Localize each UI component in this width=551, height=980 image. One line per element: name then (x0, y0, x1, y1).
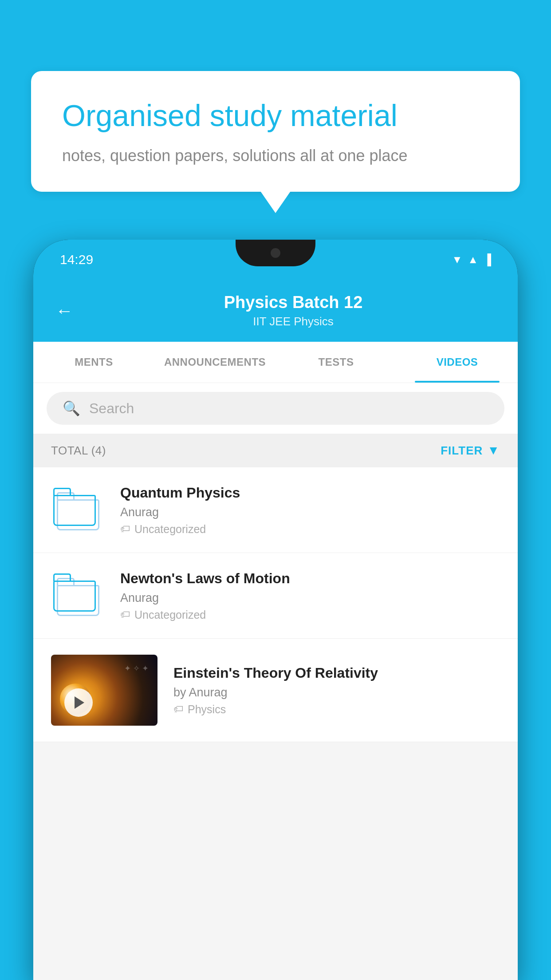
signal-icon: ▲ (468, 253, 478, 266)
video-title: Quantum Physics (120, 485, 500, 501)
tag-icon: 🏷 (173, 703, 183, 715)
header-title: Physics Batch 12 (91, 293, 496, 312)
list-item[interactable]: Quantum Physics Anurag 🏷 Uncategorized (33, 467, 518, 553)
tab-videos[interactable]: VIDEOS (397, 342, 518, 383)
battery-icon: ▐ (484, 253, 491, 266)
filter-row: TOTAL (4) FILTER ▼ (33, 434, 518, 467)
speech-bubble-section: Organised study material notes, question… (31, 71, 520, 192)
notch (236, 240, 315, 266)
search-placeholder: Search (89, 400, 134, 417)
tag-icon: 🏷 (120, 609, 130, 620)
bubble-subtitle: notes, question papers, solutions all at… (62, 146, 489, 165)
folder-icon-quantum (51, 483, 104, 537)
header-subtitle: IIT JEE Physics (91, 315, 496, 328)
search-icon: 🔍 (63, 400, 80, 417)
video-tag: 🏷 Physics (173, 703, 500, 716)
tab-announcements[interactable]: ANNOUNCEMENTS (154, 342, 276, 383)
folder-icon-newton (51, 569, 104, 622)
video-author: by Anurag (173, 686, 500, 699)
app-header: ← Physics Batch 12 IIT JEE Physics (33, 280, 518, 342)
status-time: 14:29 (60, 252, 93, 267)
video-thumbnail-einstein (51, 655, 157, 726)
tab-tests[interactable]: TESTS (276, 342, 397, 383)
video-author: Anurag (120, 591, 500, 605)
video-list: Quantum Physics Anurag 🏷 Uncategorized (33, 467, 518, 742)
tag-label: Uncategorized (134, 523, 206, 536)
phone-inner: ← Physics Batch 12 IIT JEE Physics MENTS… (33, 280, 518, 980)
tag-icon: 🏷 (120, 523, 130, 535)
video-title: Newton's Laws of Motion (120, 570, 500, 587)
tag-label: Physics (188, 703, 226, 716)
filter-button[interactable]: FILTER ▼ (441, 443, 500, 458)
wifi-icon: ▼ (452, 253, 462, 266)
bubble-title: Organised study material (62, 98, 489, 134)
phone-content: 🔍 Search TOTAL (4) FILTER ▼ (33, 383, 518, 980)
tag-label: Uncategorized (134, 609, 206, 621)
status-icons: ▼ ▲ ▐ (452, 253, 491, 266)
tabs-bar: MENTS ANNOUNCEMENTS TESTS VIDEOS (33, 342, 518, 383)
list-item[interactable]: Einstein's Theory Of Relativity by Anura… (33, 639, 518, 742)
list-item[interactable]: Newton's Laws of Motion Anurag 🏷 Uncateg… (33, 553, 518, 639)
video-title: Einstein's Theory Of Relativity (173, 665, 500, 681)
video-info-newton: Newton's Laws of Motion Anurag 🏷 Uncateg… (120, 570, 500, 621)
play-button[interactable] (64, 688, 93, 717)
status-bar: 14:29 ▼ ▲ ▐ (33, 240, 518, 280)
header-title-block: Physics Batch 12 IIT JEE Physics (91, 293, 496, 328)
total-count: TOTAL (4) (51, 444, 106, 458)
phone-frame: 14:29 ▼ ▲ ▐ ← Physics Batch 12 IIT JEE P… (33, 240, 518, 980)
video-info-einstein: Einstein's Theory Of Relativity by Anura… (173, 665, 500, 716)
back-button[interactable]: ← (55, 301, 73, 321)
filter-icon: ▼ (487, 443, 500, 458)
video-info-quantum: Quantum Physics Anurag 🏷 Uncategorized (120, 485, 500, 536)
speech-bubble-card: Organised study material notes, question… (31, 71, 520, 192)
search-container: 🔍 Search (33, 383, 518, 434)
video-tag: 🏷 Uncategorized (120, 609, 500, 621)
camera-dot (271, 248, 280, 258)
thumb-background (51, 655, 157, 726)
search-bar[interactable]: 🔍 Search (47, 392, 504, 425)
tab-ments[interactable]: MENTS (33, 342, 154, 383)
play-icon (75, 696, 84, 709)
video-author: Anurag (120, 506, 500, 519)
filter-label: FILTER (441, 444, 483, 458)
video-tag: 🏷 Uncategorized (120, 523, 500, 536)
